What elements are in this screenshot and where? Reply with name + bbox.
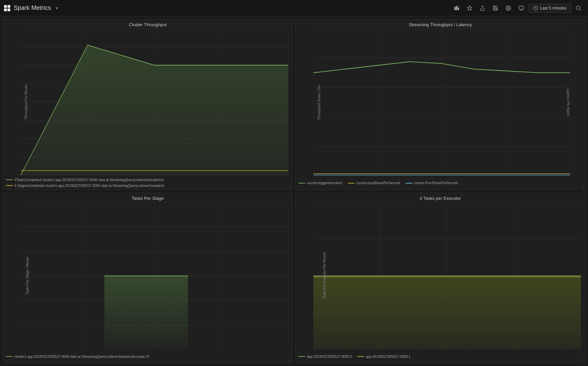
- streaming-throughput-y-label: Throughput Rows / Sec: [317, 85, 321, 120]
- header-left: Spark Metrics ▾: [4, 4, 58, 12]
- streaming-throughput-chart: Throughput Rows / Sec Latency Per Batch …: [313, 29, 570, 176]
- streaming-throughput-legend: counts-triggerexecution counts-inputRows…: [296, 177, 585, 190]
- save-button[interactable]: [490, 3, 501, 13]
- svg-rect-2: [458, 7, 459, 10]
- panel-cluster-throughput: Cluster Throughput Throughput Per Minute: [3, 19, 293, 190]
- time-range-button[interactable]: Last 5 minutes: [529, 4, 571, 13]
- legend-line-exec0: [298, 356, 305, 357]
- legend-line-green: [6, 179, 13, 180]
- app-icon-sq4: [7, 8, 10, 11]
- cluster-throughput-legend: #TasksCompleted cluster1-app-20190327005…: [3, 177, 292, 190]
- add-panel-icon: +: [454, 5, 459, 11]
- add-panel-button[interactable]: +: [451, 3, 462, 13]
- legend-item-stage: cluster1-app-20190327005527-0000 start a…: [6, 352, 149, 361]
- streaming-throughput-title: Streaming Throughput / Latency: [296, 19, 585, 29]
- app-icon: [4, 5, 10, 11]
- tasks-per-stage-title: Tasks Per Stage: [3, 193, 292, 202]
- tasks-per-stage-svg: 1.3 1.2 1.1 1.0 0.9 0.8 0.7 17:59 18:00 …: [21, 202, 288, 350]
- panel-streaming-throughput: Streaming Throughput / Latency Throughpu…: [295, 19, 585, 190]
- app-title-caret[interactable]: ▾: [56, 6, 58, 11]
- tasks-per-executor-svg: 5.0 4.5 4.0 3.5 3.0 17:59 18:00 18:01 18…: [313, 202, 581, 350]
- tasks-per-executor-chart: Tasks Per Executor Per Minute 5.0 4.5 4.…: [313, 202, 581, 350]
- legend-label-stage: cluster1-app-20190327005527-0000 start a…: [14, 355, 149, 359]
- tasks-per-stage-chart: Tasks Per Stage / Minute 1.3 1.2: [21, 202, 288, 350]
- legend-item-exec1: app-20190327005527-0000.1: [357, 352, 411, 361]
- search-button[interactable]: [573, 3, 584, 13]
- share-icon: [480, 5, 485, 11]
- settings-icon: [506, 5, 511, 11]
- panel-resize-2[interactable]: ⠿: [582, 185, 584, 189]
- legend-line-input: [348, 183, 355, 184]
- cluster-throughput-y-label: Throughput Per Minute: [24, 85, 28, 119]
- legend-label-exec0: app-20190327005527-0000.0: [307, 355, 352, 359]
- clock-icon: [533, 6, 538, 11]
- tasks-per-executor-y-label: Tasks Per Executor Per Minute: [323, 252, 326, 299]
- star-button[interactable]: [464, 3, 475, 13]
- app-title: Spark Metrics: [14, 4, 51, 12]
- panel-resize-4[interactable]: ⠿: [582, 359, 584, 362]
- streaming-throughput-svg: 10 K 8 K 6 K 4 K 2 K 0 17:59 18:00 18:01…: [313, 29, 570, 176]
- legend-item-2: # StagesCompleted cluster1-app-201903270…: [6, 184, 164, 188]
- legend-line-proc: [406, 183, 412, 184]
- cluster-throughput-title: Cluster Throughput: [3, 19, 292, 29]
- legend-item-1: #TasksCompleted cluster1-app-20190327005…: [6, 178, 164, 182]
- svg-marker-4: [467, 6, 472, 10]
- legend-item-trigger: counts-triggerexecution: [298, 179, 342, 188]
- legend-item-exec0: app-20190327005527-0000.0: [298, 352, 352, 361]
- svg-point-11: [576, 6, 580, 10]
- star-icon: [467, 5, 472, 11]
- svg-line-12: [579, 9, 581, 10]
- legend-item-proc: counts-ProcRowsPerSecond: [406, 179, 458, 188]
- legend-label-input: counts-inputRowsPerSecond: [356, 181, 400, 185]
- header-right: +: [451, 3, 584, 13]
- legend-line-yellow: [6, 185, 13, 186]
- svg-text:+: +: [458, 5, 459, 8]
- app-icon-sq3: [4, 8, 7, 11]
- legend-item-input: counts-inputRowsPerSecond: [348, 179, 400, 188]
- svg-rect-1: [456, 6, 457, 10]
- legend-label-1: #TasksCompleted cluster1-app-20190327005…: [14, 178, 164, 182]
- legend-line-trigger: [298, 183, 305, 184]
- kiosk-button[interactable]: [516, 3, 527, 13]
- header: Spark Metrics ▾ +: [0, 0, 588, 16]
- panel-resize-1[interactable]: ⠿: [289, 185, 292, 189]
- panel-tasks-per-executor: # Tasks per Executor Tasks Per Executor …: [295, 193, 585, 364]
- legend-line-exec1: [357, 356, 364, 357]
- svg-rect-7: [519, 6, 523, 9]
- dashboard: Cluster Throughput Throughput Per Minute: [0, 16, 588, 366]
- app-icon-sq2: [7, 5, 10, 8]
- legend-label-2: # StagesCompleted cluster1-app-201903270…: [14, 184, 164, 188]
- tasks-per-executor-legend: app-20190327005527-0000.0 app-2019032700…: [296, 351, 585, 363]
- legend-line-stage: [6, 356, 13, 357]
- kiosk-icon: [519, 5, 524, 11]
- share-button[interactable]: [477, 3, 488, 13]
- tasks-per-executor-title: # Tasks per Executor: [296, 193, 585, 202]
- tasks-per-stage-legend: cluster1-app-20190327005527-0000 start a…: [3, 351, 292, 363]
- cluster-throughput-chart: Throughput Per Minute 5: [21, 29, 288, 175]
- panel-resize-3[interactable]: ⠿: [289, 359, 292, 362]
- tasks-per-stage-y-label: Tasks Per Stage / Minute: [26, 257, 29, 295]
- svg-marker-110: [313, 277, 581, 349]
- legend-label-proc: counts-ProcRowsPerSecond: [414, 181, 458, 185]
- panel-tasks-per-stage: Tasks Per Stage Tasks Per Stage / Minute: [3, 193, 293, 364]
- app-icon-sq1: [4, 5, 7, 8]
- legend-label-trigger: counts-triggerexecution: [307, 181, 342, 185]
- search-icon: [576, 5, 581, 11]
- time-range-label: Last 5 minutes: [540, 6, 567, 11]
- cluster-throughput-svg: 512 256 128 64 32 16 8 4 2 17:59 18:00 1…: [21, 29, 288, 175]
- svg-point-6: [508, 7, 509, 9]
- svg-rect-0: [454, 7, 456, 10]
- save-icon: [493, 5, 498, 11]
- settings-button[interactable]: [503, 3, 514, 13]
- legend-label-exec1: app-20190327005527-0000.1: [366, 355, 411, 359]
- streaming-throughput-y-right-label: Latency Per Batch: [567, 88, 570, 116]
- svg-marker-88: [104, 276, 188, 349]
